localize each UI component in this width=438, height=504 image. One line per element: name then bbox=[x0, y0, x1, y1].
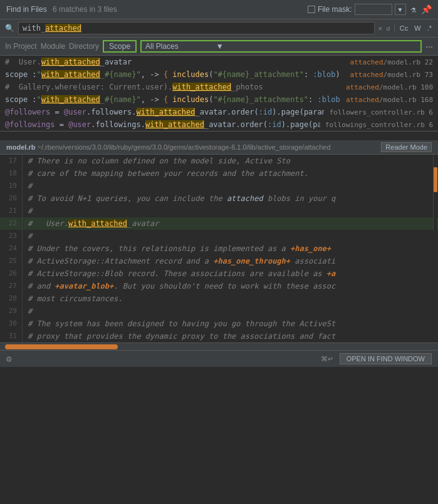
scope-row: In Project Module Directory Scope All Pl… bbox=[0, 38, 438, 56]
search-input-container[interactable]: with_attached bbox=[18, 22, 375, 34]
scope-button[interactable]: Scope bbox=[103, 40, 137, 53]
line-number: 19 bbox=[0, 180, 23, 192]
code-line-24: 24 # Under the covers, this relationship… bbox=[0, 242, 438, 255]
search-controls: ✕ ↺ Cc W .* bbox=[378, 24, 433, 33]
find-in-files-header: Find in Files 6 matches in 3 files File … bbox=[0, 0, 438, 19]
code-line-29: 29 # bbox=[0, 305, 438, 317]
search-highlight: attached bbox=[45, 24, 81, 33]
code-line-31: 31 # proxy that provides the dynamic pro… bbox=[0, 330, 438, 342]
line-number: 23 bbox=[0, 230, 23, 242]
match-count: 6 matches in 3 files bbox=[53, 5, 117, 14]
more-options-icon[interactable]: ··· bbox=[425, 41, 433, 51]
horizontal-scrollbar[interactable] bbox=[0, 342, 438, 350]
code-lines-container: 17 # There is no column defined on the m… bbox=[0, 155, 438, 342]
code-viewer-header: model.rb ~/.rbenv/versions/3.0.0/lib/rub… bbox=[0, 140, 438, 155]
scope-directory[interactable]: Directory bbox=[69, 42, 99, 51]
footer: ⚙ ⌘↵ OPEN IN FIND WINDOW bbox=[0, 350, 438, 367]
result-code: # Gallery.where(user: Current.user).with… bbox=[5, 83, 341, 91]
places-dropdown[interactable]: All Places ▼ bbox=[140, 40, 422, 53]
file-mask-dropdown[interactable]: ▼ bbox=[395, 4, 406, 15]
clear-search-icon[interactable]: ✕ bbox=[378, 24, 383, 33]
result-row[interactable]: @followings = @user.followings.with_atta… bbox=[0, 118, 438, 131]
spacer bbox=[0, 131, 438, 140]
line-content: # proxy that provides the dynamic proxy … bbox=[28, 330, 438, 342]
result-row[interactable]: # Gallery.where(user: Current.user).with… bbox=[0, 81, 438, 93]
line-number: 18 bbox=[0, 167, 23, 180]
result-file: followings_controller.rb 6 bbox=[325, 121, 433, 129]
code-line-25: 25 # ActiveStorage::Attachment record an… bbox=[0, 255, 438, 267]
result-code: scope :"with_attached_#{name}", -> { inc… bbox=[5, 95, 341, 104]
refresh-icon[interactable]: ↺ bbox=[386, 24, 390, 33]
file-mask-label: File mask: bbox=[318, 5, 352, 14]
places-arrow-icon: ▼ bbox=[216, 42, 224, 51]
line-number: 21 bbox=[0, 205, 23, 217]
search-query-text: with_attached bbox=[23, 24, 81, 33]
line-number: 22 bbox=[0, 217, 23, 230]
scope-module[interactable]: Module bbox=[41, 42, 65, 51]
result-row[interactable]: # User.with_attached_avatar attached/mod… bbox=[0, 56, 438, 68]
file-mask-checkbox[interactable] bbox=[308, 6, 315, 13]
file-mask-input[interactable] bbox=[355, 4, 392, 15]
line-content: # care of the mapping between your recor… bbox=[28, 167, 438, 180]
line-content: # Under the covers, this relationship is… bbox=[28, 242, 438, 255]
filter-icon[interactable]: ⚗ bbox=[411, 4, 416, 14]
line-content: # most circumstances. bbox=[28, 292, 438, 305]
line-content: # To avoid N+1 queries, you can include … bbox=[28, 192, 438, 205]
header-right-controls: File mask: ▼ ⚗ 📌 bbox=[308, 4, 432, 15]
result-file: attached/model.rb 100 bbox=[346, 83, 433, 91]
gear-icon[interactable]: ⚙ bbox=[6, 354, 11, 364]
whole-word-btn[interactable]: W bbox=[413, 24, 422, 33]
line-content: # bbox=[28, 180, 438, 192]
result-row[interactable]: scope :"with_attached_#{name}", -> { inc… bbox=[0, 93, 438, 106]
code-line-17: 17 # There is no column defined on the m… bbox=[0, 155, 438, 167]
places-value: All Places bbox=[145, 42, 179, 51]
line-number: 29 bbox=[0, 305, 23, 317]
result-row[interactable]: @followers = @user.followers.with_attach… bbox=[0, 106, 438, 118]
line-content: # bbox=[28, 205, 438, 217]
line-content: # bbox=[28, 230, 438, 242]
line-content: # User.with_attached_avatar bbox=[28, 217, 438, 230]
search-icon: 🔍 bbox=[5, 24, 14, 33]
line-number: 20 bbox=[0, 192, 23, 205]
line-number: 26 bbox=[0, 267, 23, 280]
result-code: # User.with_attached_avatar bbox=[5, 58, 345, 66]
line-number: 25 bbox=[0, 255, 23, 267]
result-row[interactable]: scope :"with_attached_#{name}", -> { inc… bbox=[0, 68, 438, 81]
line-content: # bbox=[28, 305, 438, 317]
code-line-22[interactable]: 22 # User.with_attached_avatar bbox=[0, 217, 438, 230]
result-code: @followers = @user.followers.with_attach… bbox=[5, 108, 324, 116]
footer-shortcut: ⌘↵ bbox=[321, 355, 333, 363]
footer-right: ⌘↵ OPEN IN FIND WINDOW bbox=[321, 353, 432, 364]
open-in-find-window-button[interactable]: OPEN IN FIND WINDOW bbox=[340, 353, 432, 364]
line-number: 30 bbox=[0, 317, 23, 330]
line-content: # The system has been designed to having… bbox=[28, 317, 438, 330]
result-file: attached/model.rb 22 bbox=[350, 58, 433, 66]
line-number: 28 bbox=[0, 292, 23, 305]
scope-in-project[interactable]: In Project bbox=[5, 42, 37, 51]
header-title-group: Find in Files 6 matches in 3 files bbox=[6, 5, 117, 14]
code-path: ~/.rbenv/versions/3.0.0/lib/ruby/gems/3.… bbox=[38, 143, 331, 151]
reader-mode-button[interactable]: Reader Mode bbox=[381, 142, 432, 152]
code-line-26: 26 # ActiveStorage::Blob record. These a… bbox=[0, 267, 438, 280]
code-line-27: 27 # and +avatar_blob+. But you shouldn'… bbox=[0, 280, 438, 292]
sep1 bbox=[394, 24, 395, 33]
line-content: # and +avatar_blob+. But you shouldn't n… bbox=[28, 280, 438, 292]
code-line-19: 19 # bbox=[0, 180, 438, 192]
result-file: attached/model.rb 73 bbox=[350, 71, 433, 79]
line-content: # There is no column defined on the mode… bbox=[28, 155, 438, 167]
line-content: # ActiveStorage::Blob record. These asso… bbox=[28, 267, 438, 280]
horizontal-scroll-thumb[interactable] bbox=[5, 344, 118, 349]
find-in-files-label: Find in Files bbox=[6, 5, 47, 14]
scrollbar-thumb[interactable] bbox=[434, 167, 437, 192]
case-sensitive-btn[interactable]: Cc bbox=[399, 24, 409, 33]
code-line-20: 20 # To avoid N+1 queries, you can inclu… bbox=[0, 192, 438, 205]
file-mask-row: File mask: ▼ bbox=[308, 4, 406, 15]
scrollbar-track[interactable] bbox=[433, 155, 437, 230]
code-line-23: 23 # bbox=[0, 230, 438, 242]
pin-icon[interactable]: 📌 bbox=[421, 4, 432, 14]
search-bar: 🔍 with_attached ✕ ↺ Cc W .* bbox=[0, 19, 438, 38]
result-code: @followings = @user.followings.with_atta… bbox=[5, 120, 320, 129]
regex-btn[interactable]: .* bbox=[426, 24, 433, 33]
results-list: # User.with_attached_avatar attached/mod… bbox=[0, 56, 438, 131]
code-file-path: model.rb ~/.rbenv/versions/3.0.0/lib/rub… bbox=[6, 143, 331, 151]
